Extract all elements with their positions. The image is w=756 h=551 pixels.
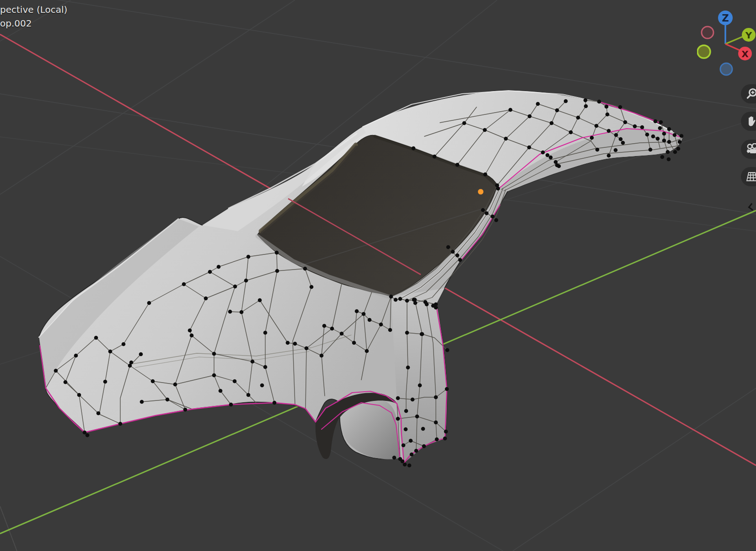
svg-text:Y: Y [745, 30, 752, 41]
svg-text:Z: Z [722, 13, 729, 24]
hand-icon [746, 115, 756, 127]
active-object-label: op.002 [0, 16, 67, 30]
sidebar-collapse-arrow-icon[interactable] [748, 203, 755, 210]
blender-3d-viewport: pective (Local) op.002 ZYX [0, 0, 756, 551]
grid-perspective-icon [745, 171, 756, 183]
viewport-header-text: pective (Local) op.002 [0, 3, 67, 30]
selected-vertex [478, 189, 484, 195]
viewport-canvas[interactable] [0, 0, 756, 551]
view-name-label: pective (Local) [0, 3, 67, 16]
navigation-gizmo[interactable]: ZYX [697, 6, 756, 77]
magnifier-plus-icon [746, 88, 756, 100]
camera-icon [746, 143, 756, 155]
svg-text:X: X [741, 49, 749, 59]
